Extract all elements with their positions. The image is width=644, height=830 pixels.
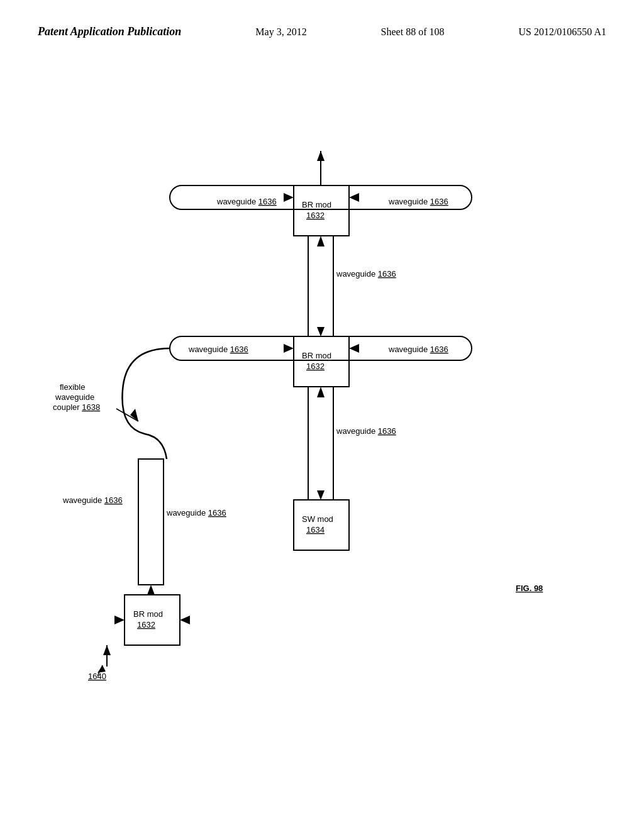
diagram-area: waveguide 1636 waveguide 1636 BR mod 163… <box>0 88 644 780</box>
svg-marker-22 <box>114 616 125 624</box>
br-mod-bot-label: BR mod <box>133 609 163 619</box>
waveguide-label-mid-left: waveguide 1636 <box>188 345 248 354</box>
svg-rect-19 <box>138 459 164 585</box>
svg-rect-6 <box>308 236 333 336</box>
br-mod-top-label: BR mod <box>302 200 331 209</box>
br-mod-top-num: 1632 <box>306 211 325 220</box>
svg-rect-13 <box>308 387 333 500</box>
waveguide-vert-top-label: waveguide 1636 <box>336 269 396 279</box>
waveguide-label-mid-right: waveguide 1636 <box>388 345 448 354</box>
flex-waveguide-label2: waveguide <box>55 392 94 402</box>
patent-number: US 2012/0106550 A1 <box>518 26 606 38</box>
svg-marker-14 <box>317 387 325 397</box>
svg-marker-23 <box>180 616 190 624</box>
svg-marker-25 <box>103 645 111 655</box>
svg-marker-20 <box>147 585 155 595</box>
br-mod-mid-label: BR mod <box>302 351 331 360</box>
svg-marker-7 <box>317 236 325 246</box>
publication-title: Patent Application Publication <box>38 25 181 38</box>
svg-marker-12 <box>349 344 359 353</box>
flex-waveguide-coupler-label: coupler 1638 <box>53 402 100 412</box>
waveguide-label-top-left: waveguide 1636 <box>216 197 277 206</box>
br-mod-mid-num: 1632 <box>306 362 325 371</box>
waveguide-vert-left-label: waveguide 1636 <box>166 508 226 517</box>
waveguide-vert-mid-label: waveguide 1636 <box>336 426 396 436</box>
svg-marker-8 <box>317 327 325 336</box>
page-header: Patent Application Publication May 3, 20… <box>0 0 644 38</box>
sheet-info: Sheet 88 of 108 <box>381 26 445 38</box>
publication-date: May 3, 2012 <box>255 26 306 38</box>
br-mod-bot-num: 1632 <box>137 620 155 629</box>
flex-waveguide-label: flexible <box>60 382 85 392</box>
sw-mod-label: SW mod <box>302 514 333 524</box>
svg-marker-5 <box>349 193 359 202</box>
waveguide-label-top-right: waveguide 1636 <box>388 197 448 206</box>
svg-marker-15 <box>317 490 325 500</box>
svg-marker-2 <box>317 151 325 161</box>
ref-1640-label: 1640 <box>88 672 106 681</box>
waveguide-vert-left-label2: waveguide 1636 <box>62 495 123 505</box>
svg-marker-11 <box>284 344 294 353</box>
sw-mod-num: 1634 <box>306 525 325 534</box>
svg-marker-4 <box>284 193 294 202</box>
fig-label: FIG. 98 <box>516 584 543 593</box>
